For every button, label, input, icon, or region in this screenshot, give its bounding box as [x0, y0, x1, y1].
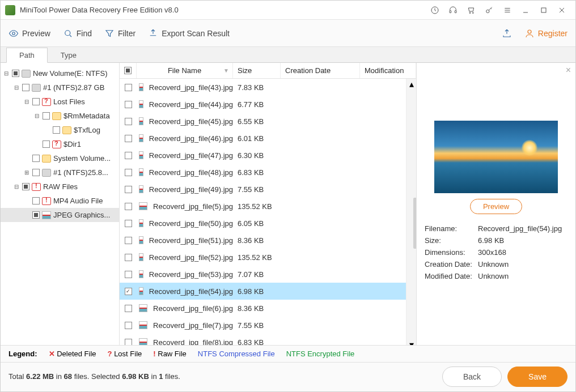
table-row[interactable]: Recoverd_jpg_file(45).jpg6.55 KB	[120, 113, 406, 130]
table-row[interactable]: Recoverd_jpg_file(47).jpg6.30 KB	[120, 147, 406, 164]
close-icon[interactable]	[554, 2, 570, 18]
preview-metadata: Filename:Recoverd_jpg_file(54).jpgSize:6…	[425, 224, 567, 280]
file-name: Recoverd_jpg_file(5).jpg	[153, 202, 233, 211]
back-button[interactable]: Back	[442, 367, 502, 387]
jpg-icon	[42, 211, 51, 219]
meta-value: Unknown	[478, 260, 509, 269]
drive-icon	[32, 84, 41, 92]
table-row[interactable]: Recoverd_jpg_file(43).jpg7.83 KB	[120, 79, 406, 96]
tree-label: $RmMetadata	[63, 112, 110, 120]
tab-path[interactable]: Path	[6, 48, 48, 63]
tree-checkbox[interactable]	[22, 84, 29, 91]
table-row[interactable]: Recoverd_jpg_file(49).jpg7.55 KB	[120, 181, 406, 198]
minimize-icon[interactable]	[518, 2, 533, 18]
col-modification[interactable]: Modification	[360, 63, 416, 78]
menu-icon[interactable]	[499, 2, 515, 18]
row-checkbox[interactable]	[125, 84, 132, 91]
file-name: Recoverd_jpg_file(7).jpg	[153, 321, 233, 330]
table-row[interactable]: Recoverd_jpg_file(7).jpg7.55 KB	[120, 317, 406, 334]
filter-button[interactable]: Filter	[104, 28, 135, 39]
table-row[interactable]: Recoverd_jpg_file(8).jpg6.83 KB	[120, 334, 406, 345]
app-logo-icon	[5, 5, 15, 15]
register-button[interactable]: Register	[524, 28, 567, 39]
table-row[interactable]: Recoverd_jpg_file(50).jpg6.05 KB	[120, 215, 406, 232]
toolbar: Preview Find Filter Export Scan Result R…	[1, 20, 575, 47]
row-checkbox[interactable]	[125, 118, 132, 125]
tree-checkbox[interactable]	[32, 211, 40, 219]
jpg-icon	[139, 338, 147, 345]
tree-checkbox[interactable]	[12, 70, 19, 77]
tree-node[interactable]: JPEG Graphics...	[1, 208, 119, 222]
tree-node[interactable]: ⊟$RmMetadata	[1, 109, 119, 123]
table-row[interactable]: Recoverd_jpg_file(48).jpg6.83 KB	[120, 164, 406, 181]
cart-icon[interactable]	[463, 2, 479, 18]
row-checkbox[interactable]	[125, 322, 132, 329]
export-button[interactable]: Export Scan Result	[148, 28, 230, 39]
tree-checkbox[interactable]	[32, 169, 40, 176]
row-checkbox[interactable]	[125, 220, 132, 227]
tree-node[interactable]: ⊟New Volume(E: NTFS)	[1, 66, 119, 80]
table-row[interactable]: Recoverd_jpg_file(51).jpg8.36 KB	[120, 232, 406, 249]
key-icon[interactable]	[481, 2, 497, 18]
row-checkbox[interactable]	[125, 169, 132, 176]
jpg-icon	[139, 219, 143, 227]
maximize-icon[interactable]	[536, 2, 552, 18]
tree-checkbox[interactable]	[32, 98, 40, 105]
table-row[interactable]: Recoverd_jpg_file(6).jpg8.36 KB	[120, 300, 406, 317]
table-row[interactable]: ✓Recoverd_jpg_file(54).jpg6.98 KB	[120, 283, 406, 300]
tree-checkbox[interactable]	[32, 155, 40, 162]
tree-node[interactable]: ⊞#1 (NTFS)25.8...	[1, 165, 119, 180]
row-checkbox[interactable]	[125, 271, 132, 278]
row-checkbox[interactable]	[125, 135, 132, 142]
col-name[interactable]: File Name▼	[137, 63, 233, 78]
row-checkbox[interactable]	[125, 237, 132, 244]
row-checkbox[interactable]	[125, 339, 132, 346]
row-checkbox[interactable]	[125, 203, 132, 210]
tree-node[interactable]: ⊟RAW Files	[1, 180, 119, 194]
col-size[interactable]: Size	[233, 63, 281, 78]
clock-icon[interactable]	[427, 2, 443, 18]
folderq-icon	[52, 140, 61, 148]
close-preview-icon[interactable]: ×	[566, 65, 571, 75]
row-checkbox[interactable]	[125, 152, 132, 159]
folder-tree[interactable]: ⊟New Volume(E: NTFS)⊟#1 (NTFS)2.87 GB⊟Lo…	[1, 63, 120, 345]
tab-type[interactable]: Type	[48, 48, 90, 62]
preview-thumbnail	[434, 121, 558, 193]
row-checkbox[interactable]	[125, 101, 132, 108]
file-size: 7.07 KB	[233, 270, 281, 279]
drive-icon	[22, 70, 31, 78]
tree-node[interactable]: $Dir1	[1, 137, 119, 151]
tree-node[interactable]: MP4 Audio File	[1, 194, 119, 208]
row-checkbox[interactable]	[125, 186, 132, 193]
preview-open-button[interactable]: Preview	[470, 199, 522, 214]
tree-node[interactable]: $TxfLog	[1, 123, 119, 137]
tree-checkbox[interactable]	[43, 112, 50, 120]
save-button[interactable]: Save	[507, 367, 567, 387]
file-scrollbar[interactable]: ▴ ▾	[406, 79, 416, 345]
tree-checkbox[interactable]	[22, 183, 29, 190]
preview-button[interactable]: Preview	[9, 28, 50, 39]
tree-label: #1 (NTFS)25.8...	[53, 168, 108, 177]
tree-checkbox[interactable]	[43, 140, 50, 148]
table-row[interactable]: Recoverd_jpg_file(46).jpg6.01 KB	[120, 130, 406, 147]
table-row[interactable]: Recoverd_jpg_file(44).jpg6.77 KB	[120, 96, 406, 113]
jpg-icon	[139, 270, 143, 278]
table-row[interactable]: Recoverd_jpg_file(5).jpg135.52 KB	[120, 198, 406, 215]
tree-node[interactable]: System Volume...	[1, 151, 119, 165]
tree-node[interactable]: ⊟#1 (NTFS)2.87 GB	[1, 80, 119, 95]
col-creation-date[interactable]: Creation Date	[281, 63, 360, 78]
tree-checkbox[interactable]	[32, 197, 40, 204]
row-checkbox[interactable]: ✓	[125, 288, 132, 295]
table-row[interactable]: Recoverd_jpg_file(52).jpg135.52 KB	[120, 249, 406, 266]
row-checkbox[interactable]	[125, 254, 132, 261]
share-button[interactable]	[502, 28, 512, 39]
row-checkbox[interactable]	[125, 305, 132, 312]
folderb-icon	[42, 197, 51, 205]
find-button[interactable]: Find	[63, 28, 92, 39]
select-all-checkbox[interactable]	[124, 67, 132, 74]
table-row[interactable]: Recoverd_jpg_file(53).jpg7.07 KB	[120, 266, 406, 283]
tree-node[interactable]: ⊟Lost Files	[1, 95, 119, 109]
file-list-header: File Name▼ Size Creation Date Modificati…	[120, 63, 416, 79]
headset-icon[interactable]	[445, 2, 461, 18]
tree-checkbox[interactable]	[53, 126, 60, 134]
